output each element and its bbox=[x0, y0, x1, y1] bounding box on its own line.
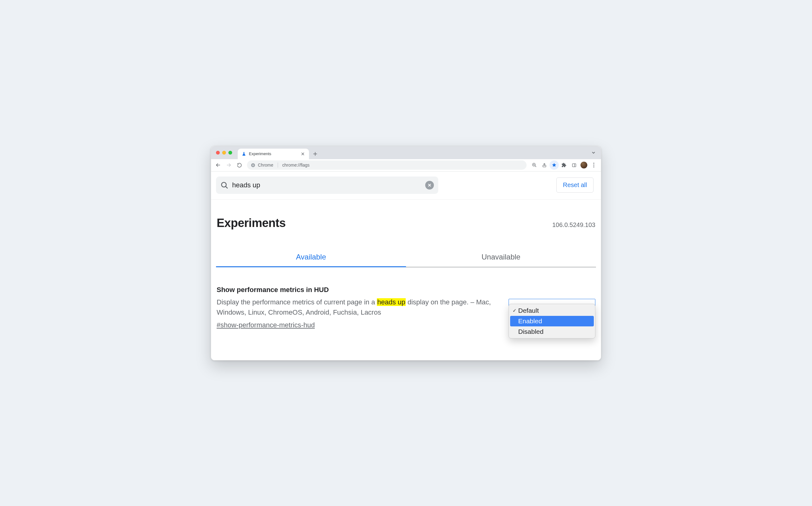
window-zoom-button[interactable] bbox=[228, 151, 232, 155]
svg-point-9 bbox=[252, 165, 253, 166]
tab-title: Experiments bbox=[249, 151, 298, 156]
omnibox-security-label: Chrome bbox=[258, 163, 273, 168]
option-enabled[interactable]: Enabled bbox=[510, 316, 594, 326]
toolbar-right-cluster bbox=[530, 160, 598, 170]
flag-select-dropdown: ✓ Default Enabled Disabled bbox=[509, 304, 595, 338]
search-row: Reset all bbox=[211, 172, 601, 200]
svg-point-18 bbox=[593, 164, 594, 165]
search-icon bbox=[220, 181, 228, 189]
svg-point-17 bbox=[593, 163, 594, 164]
svg-point-20 bbox=[222, 182, 226, 187]
close-tab-icon[interactable] bbox=[300, 151, 305, 156]
clear-search-icon[interactable] bbox=[425, 181, 434, 189]
browser-tab[interactable]: Experiments bbox=[238, 149, 309, 159]
reset-all-button[interactable]: Reset all bbox=[556, 177, 593, 193]
reload-button[interactable] bbox=[235, 160, 244, 170]
option-disabled[interactable]: Disabled bbox=[510, 326, 594, 337]
window-close-button[interactable] bbox=[216, 151, 220, 155]
browser-toolbar: Chrome chrome://flags bbox=[211, 159, 601, 172]
bookmark-star-icon[interactable] bbox=[549, 160, 559, 170]
tabs: Available Unavailable bbox=[216, 248, 596, 267]
flag-title: Show performance metrics in HUD bbox=[217, 286, 493, 294]
kebab-menu-icon[interactable] bbox=[589, 160, 598, 170]
tab-unavailable[interactable]: Unavailable bbox=[406, 248, 596, 267]
side-panel-icon[interactable] bbox=[569, 160, 579, 170]
svg-rect-0 bbox=[243, 152, 244, 152]
flag-description: Display the performance metrics of curre… bbox=[217, 297, 493, 317]
back-button[interactable] bbox=[214, 160, 223, 170]
extensions-icon[interactable] bbox=[560, 160, 569, 170]
flag-control: ✓ Default Enabled Disabled bbox=[506, 286, 595, 329]
page-title: Experiments bbox=[217, 217, 286, 230]
flag-anchor-link[interactable]: #show-performance-metrics-hud bbox=[217, 321, 315, 329]
window-minimize-button[interactable] bbox=[222, 151, 226, 155]
heading-row: Experiments 106.0.5249.103 bbox=[216, 207, 596, 239]
share-icon[interactable] bbox=[539, 160, 549, 170]
omnibox-url: chrome://flags bbox=[282, 163, 310, 168]
flag-item: Show performance metrics in HUD Display … bbox=[216, 267, 596, 329]
svg-line-21 bbox=[226, 186, 227, 188]
page-content: Reset all Experiments 106.0.5249.103 Ava… bbox=[211, 172, 601, 360]
profile-avatar[interactable] bbox=[581, 162, 587, 168]
new-tab-button[interactable] bbox=[311, 150, 319, 158]
flags-search-box[interactable] bbox=[216, 176, 438, 194]
check-icon: ✓ bbox=[512, 308, 517, 313]
tab-strip: Experiments bbox=[211, 146, 601, 159]
flags-search-input[interactable] bbox=[232, 181, 422, 189]
forward-button[interactable] bbox=[224, 160, 233, 170]
svg-rect-15 bbox=[572, 164, 576, 167]
window-controls bbox=[214, 146, 238, 159]
svg-point-19 bbox=[593, 166, 594, 167]
search-highlight: heads up bbox=[377, 298, 406, 306]
tab-overflow-button[interactable] bbox=[590, 149, 597, 156]
chrome-security-icon bbox=[251, 163, 255, 168]
flask-icon bbox=[241, 151, 246, 156]
option-default[interactable]: ✓ Default bbox=[510, 305, 594, 316]
address-bar[interactable]: Chrome chrome://flags bbox=[247, 160, 527, 170]
browser-window: Experiments bbox=[211, 146, 601, 360]
tab-available[interactable]: Available bbox=[216, 248, 406, 267]
svg-line-11 bbox=[535, 166, 536, 167]
zoom-icon[interactable] bbox=[530, 160, 539, 170]
chrome-version: 106.0.5249.103 bbox=[552, 222, 595, 229]
omnibox-divider bbox=[278, 163, 278, 168]
